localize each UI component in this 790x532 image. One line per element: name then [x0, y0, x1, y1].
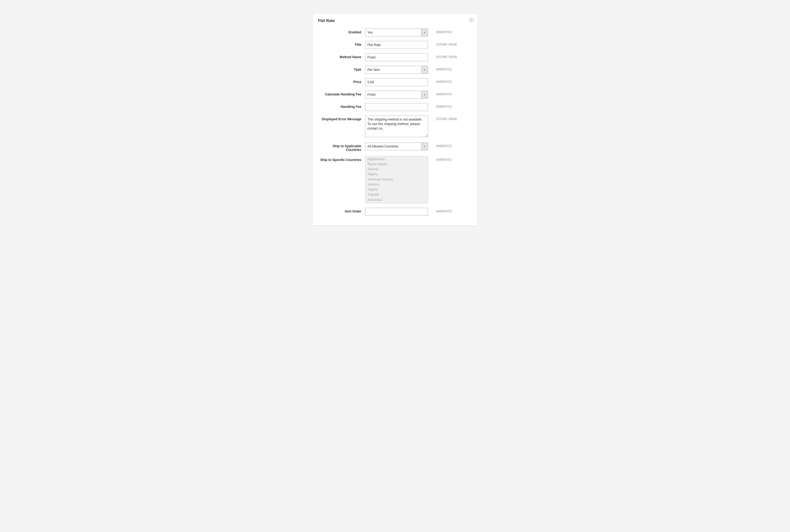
chevron-down-icon [421, 28, 428, 36]
scope-title: [STORE VIEW] [428, 41, 457, 46]
scope-sort-order: [WEBSITE] [428, 208, 451, 213]
row-enabled: Enabled Yes [WEBSITE] [318, 28, 472, 36]
country-option[interactable]: Angola [365, 187, 428, 192]
row-method-name: Method Name [STORE VIEW] [318, 53, 472, 61]
enabled-select-value: Yes [365, 28, 421, 36]
row-ship-applicable: Ship to Applicable Countries All Allowed… [318, 142, 472, 152]
scope-calculate-handling-fee: [WEBSITE] [428, 91, 451, 96]
scope-enabled: [WEBSITE] [428, 28, 451, 34]
country-option[interactable]: Antarctica [365, 197, 428, 202]
title-input[interactable] [365, 41, 428, 49]
flat-rate-panel: Flat Rate Enabled Yes [WEBSITE] Title [312, 13, 478, 226]
panel-title: Flat Rate [318, 18, 335, 23]
label-price: Price [318, 78, 365, 84]
country-option[interactable]: Algeria [365, 172, 428, 177]
scope-method-name: [STORE VIEW] [428, 53, 457, 58]
type-select-value: Per Item [365, 66, 421, 74]
ship-specific-multiselect[interactable]: AfghanistanÅland IslandsAlbaniaAlgeriaAm… [365, 156, 428, 203]
form-body: Enabled Yes [WEBSITE] Title [STORE VIEW]… [313, 26, 478, 216]
row-ship-specific: Ship to Specific Countries AfghanistanÅl… [318, 156, 472, 203]
ship-applicable-select[interactable]: All Allowed Countries [365, 142, 428, 150]
handling-fee-input[interactable] [365, 103, 428, 111]
row-type: Type Per Item [WEBSITE] [318, 66, 472, 74]
label-method-name: Method Name [318, 53, 365, 59]
scope-price: [WEBSITE] [428, 78, 451, 83]
label-type: Type [318, 66, 365, 71]
chevron-down-icon [421, 66, 428, 74]
chevron-down-icon [421, 91, 428, 99]
sort-order-input[interactable] [365, 208, 428, 216]
calculate-handling-fee-value: Fixed [365, 91, 421, 99]
scope-ship-specific: [WEBSITE] [428, 156, 451, 161]
method-name-input[interactable] [365, 53, 428, 61]
scope-handling-fee: [WEBSITE] [428, 103, 451, 108]
row-handling-fee: Handling Fee [WEBSITE] [318, 103, 472, 111]
label-calculate-handling-fee: Calculate Handling Fee [318, 91, 365, 96]
country-option[interactable]: Albania [365, 167, 428, 172]
chevron-down-icon [421, 142, 428, 150]
country-option[interactable]: Anguilla [365, 192, 428, 197]
label-title: Title [318, 41, 365, 46]
label-error-message: Displayed Error Message [318, 115, 365, 121]
label-sort-order: Sort Order [318, 208, 365, 213]
label-handling-fee: Handling Fee [318, 103, 365, 109]
label-ship-specific: Ship to Specific Countries [318, 156, 365, 162]
row-sort-order: Sort Order [WEBSITE] [318, 208, 472, 216]
panel-header: Flat Rate [313, 14, 478, 26]
country-option[interactable]: American Samoa [365, 177, 428, 182]
scope-ship-applicable: [WEBSITE] [428, 142, 451, 148]
row-price: Price [WEBSITE] [318, 78, 472, 86]
row-error-message: Displayed Error Message [STORE VIEW] [318, 115, 472, 138]
type-select[interactable]: Per Item [365, 66, 428, 74]
row-calculate-handling-fee: Calculate Handling Fee Fixed [WEBSITE] [318, 91, 472, 99]
calculate-handling-fee-select[interactable]: Fixed [365, 91, 428, 99]
country-option[interactable]: Andorra [365, 182, 428, 187]
ship-applicable-value: All Allowed Countries [365, 142, 421, 150]
label-ship-applicable: Ship to Applicable Countries [318, 142, 365, 152]
row-title: Title [STORE VIEW] [318, 41, 472, 49]
scope-error-message: [STORE VIEW] [428, 115, 457, 120]
country-option[interactable]: Antigua and Barbuda [365, 202, 428, 203]
label-enabled: Enabled [318, 28, 365, 34]
country-option[interactable]: Åland Islands [365, 162, 428, 167]
error-message-textarea[interactable] [365, 115, 428, 137]
collapse-toggle-icon[interactable] [469, 18, 474, 22]
enabled-select[interactable]: Yes [365, 28, 428, 36]
country-option[interactable]: Afghanistan [365, 156, 428, 162]
price-input[interactable] [365, 78, 428, 86]
scope-type: [WEBSITE] [428, 66, 451, 71]
